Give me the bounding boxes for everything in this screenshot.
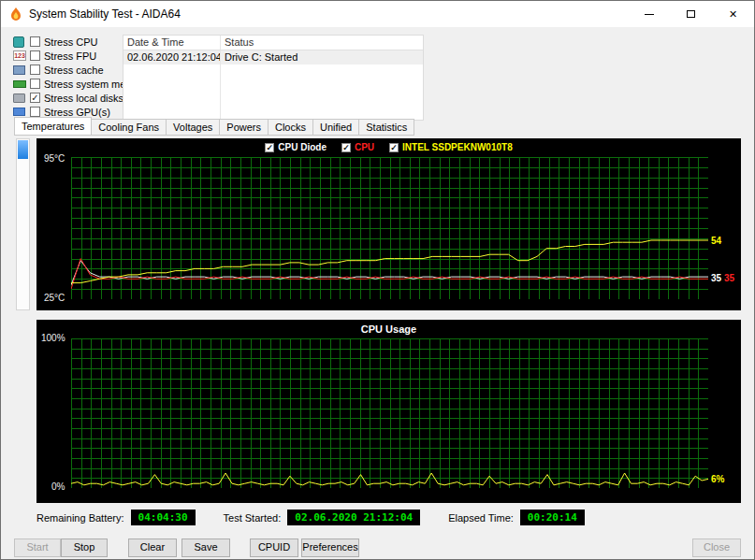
legend-checkbox[interactable]: ✓ xyxy=(389,143,399,152)
cell-status xyxy=(221,93,423,107)
legend-item-cpu: ✓CPU xyxy=(341,142,374,152)
status-bar: Remaining Battery: 04:04:30 Test Started… xyxy=(36,510,613,525)
cell-date-time xyxy=(123,93,221,107)
legend-label: INTEL SSDPEKNW010T8 xyxy=(402,142,513,152)
minimize-button[interactable] xyxy=(628,1,670,27)
maximize-icon xyxy=(687,10,695,18)
legend-item-cpu-diode: ✓CPU Diode xyxy=(265,142,327,152)
remaining-battery-value: 04:04:30 xyxy=(131,510,196,525)
minimize-icon xyxy=(645,14,654,15)
checkbox[interactable] xyxy=(30,79,40,89)
tab-temperatures[interactable]: Temperatures xyxy=(14,117,92,136)
maximize-button[interactable] xyxy=(670,1,712,27)
elapsed-time-value: 00:20:14 xyxy=(520,510,585,525)
start-button: Start xyxy=(14,538,61,557)
tab-statistics[interactable]: Statistics xyxy=(359,119,414,136)
table-header: Date & TimeStatus xyxy=(123,36,423,50)
checkbox[interactable] xyxy=(30,107,40,117)
close-icon: ✕ xyxy=(729,9,737,20)
series-end-value: 35 xyxy=(724,273,734,283)
app-window: System Stability Test - AIDA64 ✕ Stress … xyxy=(0,0,755,560)
table-row-empty xyxy=(123,79,423,93)
table-row[interactable]: 02.06.2020 21:12:04Drive C: Started xyxy=(123,50,423,65)
test-started-label: Test Started: xyxy=(224,512,282,524)
tab-voltages[interactable]: Voltages xyxy=(167,119,220,136)
series-end-value: 35 xyxy=(711,273,721,283)
legend-item-intel-ssdpeknw010t8: ✓INTEL SSDPEKNW010T8 xyxy=(389,142,513,152)
stress-option-stress-system-memory[interactable]: Stress system memory xyxy=(13,77,122,91)
y-axis-min-label: 25°C xyxy=(44,293,65,303)
cell-date-time xyxy=(123,65,221,79)
close-button[interactable]: ✕ xyxy=(712,1,754,27)
legend-checkbox[interactable]: ✓ xyxy=(265,143,274,152)
stress-option-stress-cpu[interactable]: Stress CPU xyxy=(13,35,122,49)
vertical-progress-bar xyxy=(16,138,30,310)
stress-option-label: Stress cache xyxy=(44,65,104,76)
window-controls: ✕ xyxy=(628,1,754,27)
remaining-battery-label: Remaining Battery: xyxy=(36,512,124,524)
legend-label: CPU xyxy=(355,142,374,152)
tab-cooling-fans[interactable]: Cooling Fans xyxy=(92,119,167,136)
column-header-status[interactable]: Status xyxy=(221,36,423,50)
progress-thumb xyxy=(18,140,28,159)
cache-icon xyxy=(13,65,28,75)
disk-icon xyxy=(13,93,28,103)
cpu-usage-plot-area xyxy=(71,338,708,488)
event-log-table: Date & TimeStatus02.06.2020 21:12:04Driv… xyxy=(123,35,424,121)
tab-clocks[interactable]: Clocks xyxy=(269,119,313,136)
close-button: Close xyxy=(692,538,741,557)
legend-label: CPU Diode xyxy=(278,142,327,152)
save-button[interactable]: Save xyxy=(181,538,230,557)
stress-option-label: Stress GPU(s) xyxy=(44,107,110,118)
series-end-value: 54 xyxy=(711,236,721,246)
y-axis-max-label: 95°C xyxy=(44,153,65,164)
temperature-chart: ✓CPU Diode✓CPU✓INTEL SSDPEKNW010T8 95°C … xyxy=(36,138,741,310)
tab-bar: TemperaturesCooling FansVoltagesPowersCl… xyxy=(14,119,414,136)
clear-button[interactable]: Clear xyxy=(128,538,177,557)
stress-option-label: Stress CPU xyxy=(44,36,97,48)
fpu-icon: 123 xyxy=(13,50,28,61)
tab-unified[interactable]: Unified xyxy=(313,119,359,136)
y-axis-max-label: 100% xyxy=(41,333,65,343)
legend-checkbox[interactable]: ✓ xyxy=(341,143,351,152)
memory-icon xyxy=(13,80,28,88)
window-title: System Stability Test - AIDA64 xyxy=(29,7,181,21)
flame-icon xyxy=(8,7,23,22)
y-axis-min-label: 0% xyxy=(51,481,65,492)
tab-powers[interactable]: Powers xyxy=(220,119,269,136)
preferences-button[interactable]: Preferences xyxy=(301,538,359,557)
temperature-plot-area xyxy=(71,157,708,299)
cell-date-time xyxy=(123,79,221,93)
test-started-value: 02.06.2020 21:12:04 xyxy=(287,510,420,525)
gpu-icon xyxy=(13,108,28,116)
title-bar: System Stability Test - AIDA64 ✕ xyxy=(1,1,754,27)
stress-option-label: Stress FPU xyxy=(44,50,96,62)
stress-option-stress-cache[interactable]: Stress cache xyxy=(13,63,122,77)
checkbox[interactable]: ✓ xyxy=(30,93,40,103)
stress-option-label: Stress local disks xyxy=(44,93,123,104)
checkbox[interactable] xyxy=(30,50,40,61)
cpu-icon xyxy=(13,36,28,48)
elapsed-time-label: Elapsed Time: xyxy=(448,512,514,524)
cell-status xyxy=(221,65,423,79)
stop-button[interactable]: Stop xyxy=(61,538,108,557)
cell-date-time: 02.06.2020 21:12:04 xyxy=(123,50,221,65)
series-end-value: 6% xyxy=(711,474,724,484)
chart-title: CPU Usage xyxy=(36,323,741,335)
table-row-empty xyxy=(123,93,423,107)
cpu-usage-chart: CPU Usage 100% 0% 6% xyxy=(36,320,741,503)
checkbox[interactable] xyxy=(30,36,40,47)
stress-options-panel: Stress CPU123Stress FPUStress cacheStres… xyxy=(13,35,122,119)
table-row-empty xyxy=(123,65,423,79)
stress-option-stress-fpu[interactable]: 123Stress FPU xyxy=(13,49,122,63)
checkbox[interactable] xyxy=(30,65,40,75)
column-header-date-time[interactable]: Date & Time xyxy=(123,36,221,50)
cell-status: Drive C: Started xyxy=(221,50,423,65)
cell-status xyxy=(221,79,423,93)
stress-option-stress-local-disks[interactable]: ✓Stress local disks xyxy=(13,91,122,105)
cpuid-button[interactable]: CPUID xyxy=(250,538,298,557)
chart-legend: ✓CPU Diode✓CPU✓INTEL SSDPEKNW010T8 xyxy=(36,142,741,152)
